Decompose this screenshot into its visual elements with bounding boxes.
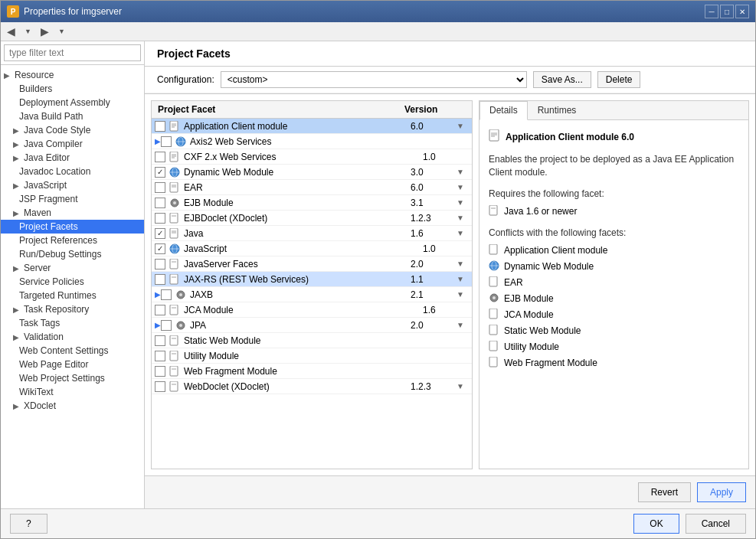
conflict-static-web: Static Web Module [489, 323, 739, 339]
sidebar-item-java-compiler[interactable]: ▶ Java Compiler [1, 137, 144, 151]
facet-version-arrow-jpa[interactable]: ▼ [457, 321, 469, 329]
sidebar-item-run-debug-settings[interactable]: Run/Debug Settings [1, 247, 144, 261]
facet-row-ear[interactable]: EAR 6.0 ▼ [152, 180, 472, 195]
save-as-button[interactable]: Save As... [533, 71, 591, 88]
facet-row-dynamic-web[interactable]: Dynamic Web Module 3.0 ▼ [152, 165, 472, 180]
facet-checkbox-app-client[interactable] [155, 121, 165, 132]
facet-name-ejb: EJB Module [184, 198, 411, 208]
maximize-button[interactable]: □ [720, 5, 734, 18]
facet-row-jca[interactable]: JCA Module 1.6 [152, 302, 472, 318]
facet-row-static-web[interactable]: Static Web Module [152, 333, 472, 348]
ok-button[interactable]: OK [633, 514, 679, 534]
facet-checkbox-jsf[interactable] [155, 259, 165, 270]
filter-input[interactable] [4, 44, 141, 61]
sidebar-item-java-code-style[interactable]: ▶ Java Code Style [1, 123, 144, 137]
facet-row-utility-module[interactable]: Utility Module [152, 348, 472, 364]
sidebar-item-java-editor[interactable]: ▶ Java Editor [1, 151, 144, 165]
back-button[interactable]: ◀ [4, 24, 18, 39]
cancel-button[interactable]: Cancel [686, 514, 746, 534]
config-select[interactable]: <custom> [221, 71, 527, 88]
sidebar-item-web-page-editor[interactable]: Web Page Editor [1, 358, 144, 371]
facet-checkbox-webdoclet[interactable] [155, 381, 165, 392]
facet-row-webdoclet[interactable]: WebDoclet (XDoclet) 1.2.3 ▼ [152, 379, 472, 394]
svg-point-57 [493, 296, 496, 299]
delete-button[interactable]: Delete [597, 71, 641, 88]
help-button[interactable]: ? [10, 514, 47, 534]
facet-row-javascript[interactable]: JavaScript 1.0 [152, 241, 472, 256]
tab-details[interactable]: Details [479, 101, 528, 120]
facet-row-app-client[interactable]: Application Client module 6.0 ▼ [152, 119, 472, 134]
sidebar-item-validation[interactable]: ▶ Validation [1, 330, 144, 344]
sidebar-item-builders[interactable]: Builders [1, 82, 144, 96]
doc-icon-conflict-0 [489, 244, 499, 257]
facet-version-arrow-jsf[interactable]: ▼ [457, 260, 469, 268]
facet-checkbox-axis2[interactable] [161, 136, 172, 147]
back-dropdown-button[interactable]: ▼ [21, 26, 34, 37]
sidebar-item-task-repository[interactable]: ▶ Task Repository [1, 302, 144, 316]
facet-version-arrow-dynamic[interactable]: ▼ [457, 168, 469, 176]
minimize-button[interactable]: ─ [705, 5, 718, 18]
facet-row-java[interactable]: Java 1.6 ▼ [152, 226, 472, 241]
sidebar-item-javascript[interactable]: ▶ JavaScript [1, 178, 144, 192]
facet-row-jsf[interactable]: JavaServer Faces 2.0 ▼ [152, 256, 472, 272]
sidebar-item-jsp-fragment[interactable]: JSP Fragment [1, 192, 144, 206]
facet-version-arrow-ejbdoclet[interactable]: ▼ [457, 214, 469, 222]
nav-label: JSP Fragment [19, 194, 77, 204]
facet-checkbox-web-fragment[interactable] [155, 366, 165, 377]
facets-table-header: Project Facet Version [152, 101, 472, 119]
facet-checkbox-javascript[interactable] [155, 243, 165, 254]
facet-version-arrow-java[interactable]: ▼ [457, 229, 469, 237]
close-button[interactable]: ✕ [735, 5, 749, 18]
facet-version-arrow-jaxb[interactable]: ▼ [457, 290, 469, 299]
sidebar-item-service-policies[interactable]: Service Policies [1, 275, 144, 289]
nav-label: Java Editor [24, 152, 70, 163]
forward-dropdown-button[interactable]: ▼ [55, 26, 68, 37]
apply-button[interactable]: Apply [697, 482, 746, 502]
facet-checkbox-dynamic-web[interactable] [155, 167, 165, 178]
facet-row-jaxrs[interactable]: JAX-RS (REST Web Services) 1.1 ▼ [152, 272, 472, 287]
sidebar-item-project-references[interactable]: Project References [1, 234, 144, 247]
facet-row-cxf[interactable]: CXF 2.x Web Services 1.0 [152, 149, 472, 165]
sidebar-item-server[interactable]: ▶ Server [1, 261, 144, 275]
revert-button[interactable]: Revert [638, 482, 691, 502]
facet-name-dynamic-web: Dynamic Web Module [184, 167, 411, 178]
facet-checkbox-jpa[interactable] [161, 320, 172, 331]
sidebar-item-maven[interactable]: ▶ Maven [1, 206, 144, 220]
tab-runtimes[interactable]: Runtimes [528, 101, 587, 119]
sidebar-item-javadoc-location[interactable]: Javadoc Location [1, 165, 144, 178]
facet-row-ejb[interactable]: EJB Module 3.1 ▼ [152, 195, 472, 211]
facet-name-java: Java [184, 228, 411, 239]
forward-button[interactable]: ▶ [38, 24, 52, 39]
facet-checkbox-ear[interactable] [155, 182, 165, 193]
sidebar-item-java-build-path[interactable]: Java Build Path [1, 109, 144, 123]
facet-version-arrow-ejb[interactable]: ▼ [457, 198, 469, 207]
sidebar-item-web-project-settings[interactable]: Web Project Settings [1, 371, 144, 385]
facet-checkbox-ejb[interactable] [155, 198, 165, 208]
requires-item-label: Java 1.6 or newer [504, 206, 577, 217]
facet-checkbox-ejbdoclet[interactable] [155, 213, 165, 224]
sidebar-item-deployment-assembly[interactable]: Deployment Assembly [1, 96, 144, 109]
sidebar-item-targeted-runtimes[interactable]: Targeted Runtimes [1, 289, 144, 302]
facet-version-arrow-webdoclet[interactable]: ▼ [457, 382, 469, 390]
sidebar-item-project-facets[interactable]: Project Facets [1, 220, 144, 234]
sidebar-item-web-content-settings[interactable]: Web Content Settings [1, 344, 144, 358]
sidebar-item-resource[interactable]: ▶ Resource [1, 68, 144, 82]
facet-row-jpa[interactable]: ▶ JPA 2.0 ▼ [152, 318, 472, 333]
facet-version-arrow-ear[interactable]: ▼ [457, 183, 469, 191]
sidebar-item-wikitext[interactable]: WikiText [1, 385, 144, 399]
sidebar-item-task-tags[interactable]: Task Tags [1, 316, 144, 330]
facet-row-web-fragment[interactable]: Web Fragment Module [152, 364, 472, 379]
facet-row-axis2[interactable]: ▶ Axis2 Web Services [152, 134, 472, 149]
facet-checkbox-jca[interactable] [155, 305, 165, 315]
facet-checkbox-cxf[interactable] [155, 152, 165, 162]
facet-row-ejbdoclet[interactable]: EJBDoclet (XDoclet) 1.2.3 ▼ [152, 211, 472, 226]
facet-checkbox-utility-module[interactable] [155, 351, 165, 361]
facet-version-arrow-jaxrs[interactable]: ▼ [457, 275, 469, 283]
facet-checkbox-jaxb[interactable] [161, 289, 172, 300]
facet-row-jaxb[interactable]: ▶ JAXB 2.1 ▼ [152, 287, 472, 302]
facet-checkbox-static-web[interactable] [155, 335, 165, 346]
facet-version-arrow[interactable]: ▼ [457, 122, 469, 130]
sidebar-item-xdoclet[interactable]: ▶ XDoclet [1, 399, 144, 413]
facet-checkbox-java[interactable] [155, 228, 165, 239]
facet-checkbox-jaxrs[interactable] [155, 274, 165, 285]
